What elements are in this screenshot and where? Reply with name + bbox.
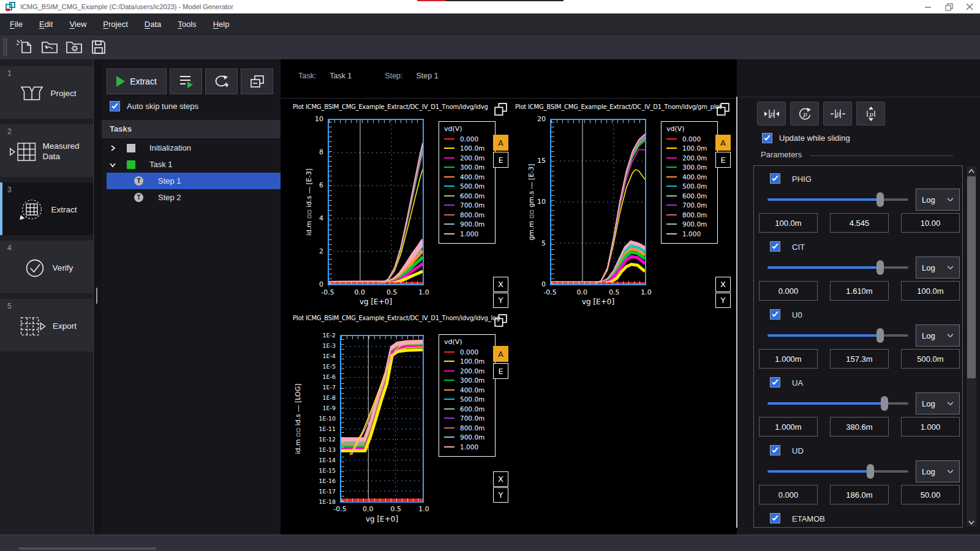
param-min-field[interactable]: 1.000m xyxy=(759,417,818,437)
param-current-field[interactable]: 1.610m xyxy=(830,281,889,301)
sidebar-item-extract[interactable]: 3 Extract xyxy=(0,182,93,235)
auto-skip-checkbox[interactable] xyxy=(110,101,120,111)
param-enable-checkbox[interactable] xyxy=(770,445,780,455)
plot-canvas[interactable] xyxy=(340,335,424,503)
param-current-field[interactable]: 4.545 xyxy=(830,213,889,233)
param-max-field[interactable]: 500.0m xyxy=(901,349,960,369)
param-min-field[interactable]: 0.000 xyxy=(759,281,818,301)
param-min-field[interactable]: 1.000m xyxy=(759,349,818,369)
sidebar-item-project[interactable]: 1 Project xyxy=(0,66,93,119)
param-scale-select[interactable]: Log xyxy=(916,189,960,211)
expand-plot-icon[interactable] xyxy=(493,313,508,328)
x-axis-button[interactable]: X xyxy=(493,471,508,487)
param-slider-thumb[interactable] xyxy=(876,328,884,343)
refresh-button[interactable] xyxy=(205,69,238,94)
expand-plot-icon[interactable] xyxy=(715,102,731,117)
chevron-down-icon[interactable] xyxy=(109,161,116,168)
edit-button[interactable]: E xyxy=(715,152,731,168)
duplicate-windows-button[interactable] xyxy=(241,69,273,94)
param-slider[interactable] xyxy=(767,198,908,201)
param-slider-thumb[interactable] xyxy=(876,192,884,207)
tree-item-step-2[interactable]: TStep 2 xyxy=(102,189,281,206)
parameters-scrollbar[interactable] xyxy=(967,167,976,527)
update-while-sliding-checkbox[interactable] xyxy=(762,133,772,143)
close-icon[interactable] xyxy=(959,0,980,13)
menu-help[interactable]: Help xyxy=(213,20,230,29)
x-axis-button[interactable]: X xyxy=(493,277,508,292)
fit-param-button[interactable]: p xyxy=(757,102,786,126)
x-axis-button[interactable]: X xyxy=(715,277,731,292)
y-axis-button[interactable]: Y xyxy=(715,293,731,308)
open-example-icon[interactable] xyxy=(62,37,86,57)
open-project-icon[interactable] xyxy=(37,37,62,57)
param-max-field[interactable]: 100.0m xyxy=(901,281,960,301)
save-icon[interactable] xyxy=(86,37,111,57)
sidebar-item-verify[interactable]: 4 Verify xyxy=(0,241,93,293)
bounds-param-button[interactable]: p xyxy=(823,102,852,126)
plot-canvas[interactable] xyxy=(550,119,646,285)
horizontal-scrollbar[interactable] xyxy=(18,547,156,550)
menu-view[interactable]: View xyxy=(69,20,86,29)
sidebar-item-export[interactable]: 5 Export xyxy=(0,299,93,351)
autoscale-button[interactable]: A xyxy=(493,346,508,362)
param-current-field[interactable]: 157.3m xyxy=(830,349,889,369)
param-enable-checkbox[interactable] xyxy=(770,173,780,184)
param-min-field[interactable]: 0.000 xyxy=(759,485,818,504)
menu-edit[interactable]: Edit xyxy=(39,20,53,29)
tree-item-step-1[interactable]: TStep 1 xyxy=(107,173,281,189)
menu-data[interactable]: Data xyxy=(145,20,161,29)
edit-button[interactable]: E xyxy=(493,152,508,168)
legend-entry-label: 1.000 xyxy=(460,443,478,451)
chevron-right-icon[interactable] xyxy=(109,144,116,152)
param-slider-thumb[interactable] xyxy=(867,464,874,479)
run-extract-button[interactable]: Extract xyxy=(107,69,167,94)
param-max-field[interactable]: 50.00 xyxy=(901,485,960,504)
restore-icon[interactable] xyxy=(938,0,959,13)
scrollbar-thumb[interactable] xyxy=(967,176,976,378)
param-slider-thumb[interactable] xyxy=(876,260,884,275)
param-current-field[interactable]: 380.6m xyxy=(830,417,889,437)
autoscale-button[interactable]: A xyxy=(715,135,731,151)
expand-plot-icon[interactable] xyxy=(493,102,508,117)
menu-file[interactable]: File xyxy=(10,20,23,29)
tree-item-initialization[interactable]: Initialization xyxy=(102,140,281,156)
param-max-field[interactable]: 1.000 xyxy=(901,417,960,437)
param-max-field[interactable]: 10.00 xyxy=(901,213,960,233)
span-param-button[interactable]: p xyxy=(856,102,885,126)
reset-param-button[interactable]: p xyxy=(790,102,819,126)
new-file-icon[interactable] xyxy=(13,37,37,57)
param-enable-checkbox[interactable] xyxy=(770,241,780,252)
param-scale-select[interactable]: Log xyxy=(916,257,960,279)
scroll-up-icon[interactable] xyxy=(967,167,976,175)
sidebar-item-measured-data[interactable]: 2 Measured Data xyxy=(0,124,93,177)
param-enable-checkbox[interactable] xyxy=(770,513,780,523)
menu-project[interactable]: Project xyxy=(103,20,127,29)
param-slider[interactable] xyxy=(767,470,908,473)
param-slider[interactable] xyxy=(767,334,908,337)
param-current-field[interactable]: 186.0m xyxy=(830,485,889,504)
scroll-down-icon[interactable] xyxy=(967,518,976,527)
autoscale-button[interactable]: A xyxy=(493,135,508,151)
plot-canvas[interactable] xyxy=(328,119,424,285)
minimize-icon[interactable] xyxy=(918,0,938,13)
param-slider[interactable] xyxy=(767,266,908,269)
menu-tools[interactable]: Tools xyxy=(178,20,196,29)
y-tick-label: 1E-10 xyxy=(318,415,336,422)
run-list-button[interactable] xyxy=(170,69,202,94)
param-enable-checkbox[interactable] xyxy=(770,377,780,388)
edit-button[interactable]: E xyxy=(493,363,508,379)
tuner-splitter[interactable] xyxy=(736,97,737,528)
svg-text:p: p xyxy=(868,111,873,118)
param-scale-select[interactable]: Log xyxy=(916,324,960,347)
tree-item-task-1[interactable]: Task 1 xyxy=(102,156,281,173)
param-scale-select[interactable]: Log xyxy=(916,460,960,482)
y-axis-button[interactable]: Y xyxy=(493,293,508,308)
param-min-field[interactable]: 100.0m xyxy=(759,213,818,233)
toolbar-grip[interactable] xyxy=(4,38,7,56)
sidebar-splitter[interactable] xyxy=(93,59,102,534)
param-slider[interactable] xyxy=(767,402,908,405)
param-enable-checkbox[interactable] xyxy=(770,309,780,320)
y-axis-button[interactable]: Y xyxy=(493,487,508,503)
param-slider-thumb[interactable] xyxy=(881,396,888,411)
param-scale-select[interactable]: Log xyxy=(916,392,960,414)
